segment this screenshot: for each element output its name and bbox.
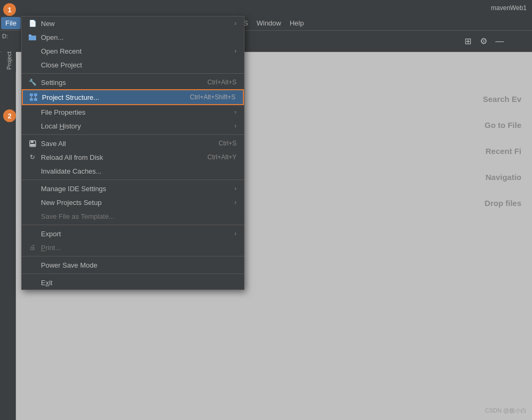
menu-item-file-properties[interactable]: File Properties ›	[22, 105, 244, 119]
new-projects-icon	[28, 198, 37, 207]
svg-rect-5	[30, 98, 33, 101]
svg-rect-6	[34, 98, 37, 101]
project-tab-label: Project	[5, 48, 13, 73]
minimize-icon[interactable]: —	[494, 36, 505, 47]
svg-rect-4	[34, 93, 37, 96]
svg-rect-3	[30, 93, 33, 96]
menu-window[interactable]: Window	[252, 17, 285, 29]
separator-5	[22, 256, 244, 256]
title-bar: mavenWeb1	[0, 0, 532, 16]
menu-item-export[interactable]: Export ›	[22, 227, 244, 241]
file-properties-icon	[28, 108, 37, 116]
save-template-icon	[28, 212, 37, 220]
separator-1	[22, 73, 244, 74]
drop-files-hint: Drop files	[485, 199, 521, 208]
file-dropdown-menu: 📄 New › Open... Open Recent ›	[21, 16, 244, 290]
reload-icon: ↻	[28, 153, 37, 161]
menu-help[interactable]: Help	[285, 17, 308, 29]
settings-wrench-icon: 🔧	[28, 78, 37, 87]
menu-item-manage-ide[interactable]: Manage IDE Settings ›	[22, 182, 244, 195]
menu-item-invalidate[interactable]: Invalidate Caches...	[22, 164, 244, 178]
goto-hint: Go to File	[485, 121, 521, 130]
menu-item-exit[interactable]: Exit	[22, 276, 244, 289]
search-hint: Search Ev	[483, 95, 521, 104]
menu-item-new-projects[interactable]: New Projects Setup ›	[22, 195, 244, 209]
step-2-indicator: 2	[3, 109, 16, 122]
left-sidebar	[0, 52, 16, 420]
exit-icon	[28, 278, 37, 287]
invalidate-icon	[28, 167, 37, 175]
svg-rect-2	[29, 35, 31, 36]
settings-icon[interactable]: ⚙	[478, 36, 489, 47]
export-icon	[28, 229, 37, 238]
pin-icon[interactable]: ⊞	[462, 36, 474, 47]
open-recent-icon	[28, 47, 37, 55]
menu-item-project-structure[interactable]: Project Structure... Ctrl+Alt+Shift+S	[22, 89, 244, 105]
app-title: mavenWeb1	[491, 4, 527, 12]
separator-6	[22, 273, 244, 274]
project-structure-icon	[29, 93, 38, 101]
manage-ide-icon	[28, 184, 37, 193]
separator-2	[22, 134, 244, 135]
open-folder-icon	[28, 33, 37, 41]
separator-3	[22, 179, 244, 180]
power-save-icon	[28, 261, 37, 269]
menu-item-new[interactable]: 📄 New ›	[22, 16, 244, 30]
menu-item-save-template: Save File as Template...	[22, 209, 244, 223]
new-icon: 📄	[28, 19, 37, 28]
svg-rect-11	[30, 144, 35, 146]
d-label: D:	[2, 33, 8, 39]
menu-item-reload[interactable]: ↻ Reload All from Disk Ctrl+Alt+Y	[22, 150, 244, 164]
menu-item-settings[interactable]: 🔧 Settings Ctrl+Alt+S	[22, 75, 244, 89]
svg-rect-10	[31, 141, 33, 143]
local-history-icon	[28, 122, 37, 130]
step-1-indicator: 1	[3, 3, 16, 16]
separator-4	[22, 225, 244, 225]
menu-item-print: 🖨 Print...	[22, 241, 244, 254]
menu-item-save-all[interactable]: Save All Ctrl+S	[22, 136, 244, 150]
navigation-hint: Navigatio	[485, 173, 521, 182]
menu-item-power-save[interactable]: Power Save Mode	[22, 258, 244, 272]
save-all-icon	[28, 139, 37, 148]
watermark: CSDN @极小白	[485, 407, 527, 415]
menu-item-open[interactable]: Open...	[22, 30, 244, 44]
menu-item-close-project[interactable]: Close Project	[22, 58, 244, 72]
menu-item-open-recent[interactable]: Open Recent ›	[22, 44, 244, 58]
close-project-icon	[28, 61, 37, 69]
recent-hint: Recent Fi	[485, 147, 521, 156]
menu-file[interactable]: File	[1, 17, 21, 29]
print-icon: 🖨	[28, 243, 37, 252]
project-sidebar-tab[interactable]: Project	[2, 46, 16, 73]
menu-item-local-history[interactable]: Local History ›	[22, 119, 244, 133]
